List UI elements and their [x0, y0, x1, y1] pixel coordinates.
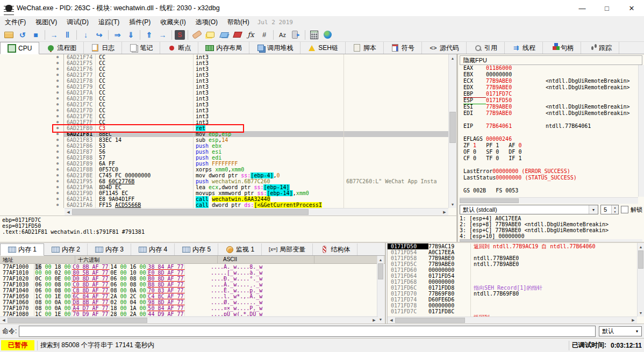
tab-symbols[interactable]: 符号: [384, 42, 422, 54]
disasm-row[interactable]: ●6AD21F78CCint3: [0, 78, 448, 84]
stack-vertical-scrollbar[interactable]: ▲ ▼: [637, 243, 644, 317]
labels-icon[interactable]: [218, 29, 230, 40]
disassembly-vertical-scrollbar[interactable]: ▲ ▼: [448, 54, 456, 208]
scroll-up-icon[interactable]: ▲: [449, 54, 456, 62]
spin-down-icon[interactable]: ▼: [612, 210, 618, 214]
scroll-left-icon[interactable]: ◀: [388, 317, 395, 324]
disasm-row[interactable]: ●6AD21FA6FF15 ACD5566Bcall dword ptr ds:…: [0, 202, 448, 208]
tab-log[interactable]: 日志: [84, 42, 122, 54]
registers-horizontal-scrollbar[interactable]: [460, 197, 638, 204]
disasm-row[interactable]: ●6AD21F7BCCint3: [0, 96, 448, 102]
tab-references[interactable]: 引用: [467, 42, 505, 54]
menu-item[interactable]: 插件(P): [124, 17, 155, 28]
disasm-row[interactable]: ●6AD21F7DCCint3: [0, 107, 448, 113]
register-row[interactable]: ESP0171FD50: [460, 97, 638, 104]
functions-icon[interactable]: ƒx: [245, 29, 257, 40]
dump-row[interactable]: 77AF10501C 00 1E 006C 84 AF 772A 00 2C 0…: [0, 293, 378, 299]
register-row[interactable]: CF 0 TF 0 IF 1: [460, 155, 638, 162]
scroll-up-icon[interactable]: ▲: [377, 256, 384, 263]
breakpoint-dot[interactable]: ●: [52, 102, 64, 107]
disasm-row[interactable]: ●6AD21F9A8D4D EClea ecx,dword ptr ss:[eb…: [0, 184, 448, 190]
breakpoint-dot[interactable]: ●: [52, 190, 64, 196]
scrollbar-thumb[interactable]: [378, 263, 383, 279]
breakpoint-dot[interactable]: ●: [52, 161, 64, 167]
calculator-icon[interactable]: [308, 29, 320, 40]
register-row[interactable]: ESI77B9ABE0<ntdll.DbgUiRemoteBreakin>: [460, 104, 638, 110]
scrollbar-thumb[interactable]: [395, 318, 465, 323]
register-row[interactable]: EBP0171FD7C: [460, 91, 638, 97]
disasm-row[interactable]: ●6AD21F8B0F57C0xorps xmm0,xmm0: [0, 167, 448, 173]
chevron-down-icon[interactable]: ▼: [633, 329, 641, 333]
stack-row[interactable]: 0171FD5077B9AC19返回到 ntdll.77B9AC19 自 ntd…: [388, 243, 637, 249]
register-row[interactable]: [460, 117, 638, 123]
scroll-left-icon[interactable]: ◀: [0, 317, 8, 324]
scroll-right-icon[interactable]: ▶: [629, 317, 637, 324]
breakpoint-dot[interactable]: ●: [52, 60, 64, 66]
dump-vertical-scrollbar[interactable]: ▲ ▼: [377, 256, 384, 323]
run-icon[interactable]: →: [48, 29, 60, 40]
tab-watch-1[interactable]: 监视 1: [218, 243, 262, 255]
disasm-row[interactable]: ●6AD21F77CCint3: [0, 72, 448, 78]
argument-count-stepper[interactable]: 5 ▲▼: [600, 205, 619, 214]
dump-row[interactable]: 77AF100016 00 18 00C0 8B AF 7714 00 16 0…: [0, 264, 378, 270]
tab-threads[interactable]: ⇉线程: [505, 42, 543, 54]
tab-cpu[interactable]: CPU: [0, 42, 39, 54]
tab-struct[interactable]: 结构体: [313, 243, 357, 255]
argument-row[interactable]: 1: [esp+4] A0C17EEA: [460, 215, 642, 221]
menu-item[interactable]: 选项(O): [191, 17, 223, 28]
tab-call-stack[interactable]: 调用堆栈: [249, 42, 300, 54]
calling-convention-select[interactable]: 默认 (stdcall) ▼: [460, 205, 598, 214]
tab-memory-1[interactable]: 内存 1: [0, 243, 44, 256]
stack-row[interactable]: 0171FD5C77B9ABE0ntdll.77B9ABE0: [388, 261, 637, 267]
disasm-row[interactable]: ●6AD21F896A FFpush FFFFFFFF: [0, 161, 448, 167]
open-file-icon[interactable]: [3, 29, 15, 40]
breakpoint-dot[interactable]: ●: [52, 119, 64, 125]
scroll-right-icon[interactable]: ▶: [370, 317, 378, 324]
dump-row[interactable]: 77AF101000 00 02 0080 5B AF 770E 00 10 0…: [0, 270, 378, 276]
register-row[interactable]: EDI77B9ABE0<ntdll.DbgUiRemoteBreakin>: [460, 110, 638, 117]
stack-row[interactable]: 0171FD640171FD54: [388, 273, 637, 279]
patch-icon[interactable]: [191, 29, 203, 40]
menu-item[interactable]: 收藏夹(I): [155, 17, 190, 28]
tab-memory-map[interactable]: 内存布局: [198, 42, 249, 54]
scylla-icon[interactable]: S: [175, 30, 185, 40]
tab-script[interactable]: 脚本: [346, 42, 384, 54]
breakpoint-dot[interactable]: ●: [52, 113, 64, 119]
stack-row[interactable]: 0171FD5877B9ABE0ntdll.77B9ABE0: [388, 255, 637, 261]
tab-notes[interactable]: 笔记: [122, 42, 160, 54]
disasm-row[interactable]: ●6AD21F76CCint3: [0, 66, 448, 72]
registers-vertical-scrollbar[interactable]: [638, 65, 644, 197]
disasm-row[interactable]: ●6AD21F79CCint3: [0, 84, 448, 90]
disasm-row[interactable]: ●6AD21F9568 60C2776Bpush wechatwin.6B77C…: [0, 178, 448, 184]
dump-row[interactable]: 77AF10200C 00 0E 00D0 8D AF 7706 00 08 0…: [0, 276, 378, 282]
menu-item[interactable]: 帮助(H): [223, 17, 254, 28]
step-out-icon[interactable]: ⇓: [125, 29, 137, 40]
argument-row[interactable]: 3: [esp+C] 77B9ABE0 <ntdll.DbgUiRemoteBr…: [460, 227, 642, 233]
disasm-row[interactable]: ●6AD21F75CCint3: [0, 60, 448, 66]
breakpoint-dot[interactable]: ●: [52, 78, 64, 84]
scroll-right-icon[interactable]: ▶: [441, 209, 448, 215]
stack-row[interactable]: 0171FD6800000000: [388, 279, 637, 285]
stack-row[interactable]: 0171FD7077B69F80ntdll.77B69F80: [388, 291, 637, 297]
strings-icon[interactable]: Az: [276, 29, 289, 40]
register-row[interactable]: EBX00000000: [460, 71, 638, 78]
register-row[interactable]: ZF 1 PF 1 AF 0: [460, 142, 638, 149]
register-row[interactable]: ECX77B9ABE0<ntdll.DbgUiRemoteBreakin>: [460, 78, 638, 84]
breakpoint-dot[interactable]: ●: [52, 54, 64, 60]
breakpoint-dot[interactable]: ●: [52, 107, 64, 113]
tab-breakpoints[interactable]: 断点: [160, 42, 198, 54]
tab-memory-5[interactable]: 内存 5: [175, 243, 218, 255]
close-button[interactable]: ✕: [619, 0, 644, 16]
breakpoint-dot[interactable]: ●: [52, 137, 64, 143]
chevron-down-icon[interactable]: ▼: [589, 205, 598, 214]
breakpoint-dot[interactable]: ●: [52, 90, 64, 96]
disasm-row[interactable]: ●6AD21F7ACCint3: [0, 90, 448, 96]
register-row[interactable]: EAX01186000: [460, 65, 638, 71]
register-row[interactable]: LastError00000000 (ERROR_SUCCESS): [460, 168, 638, 175]
pause-icon[interactable]: ‖: [61, 29, 74, 40]
breakpoint-dot[interactable]: ●: [52, 96, 64, 102]
detach-icon[interactable]: [290, 29, 302, 40]
disasm-row[interactable]: ●6AD21F74CCint3: [0, 54, 448, 60]
dump-row[interactable]: 77AF104006 00 08 00C8 8D AF 7708 00 0A 0…: [0, 288, 378, 293]
hide-fpu-button[interactable]: 隐藏FPU: [460, 55, 642, 65]
